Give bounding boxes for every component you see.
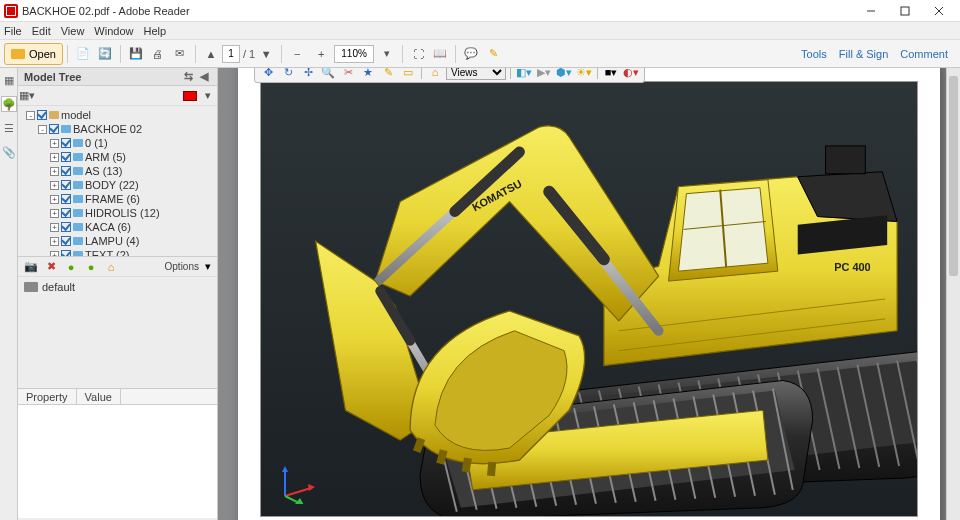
zoom-out-icon[interactable]: − xyxy=(286,43,308,65)
zoom-dropdown-icon[interactable]: ▾ xyxy=(376,43,398,65)
maximize-button[interactable] xyxy=(888,1,922,21)
tree-checkbox[interactable] xyxy=(61,222,71,232)
3d-spin-icon[interactable]: ↻ xyxy=(279,68,297,81)
tree-checkbox[interactable] xyxy=(61,152,71,162)
workspace: ▦ 🌳 ☰ 📎 Model Tree ⇆ ◀ ▦▾ ▾ -model-BACKH… xyxy=(0,68,960,520)
tree-node[interactable]: +BODY (22) xyxy=(18,178,217,192)
tree-checkbox[interactable] xyxy=(61,250,71,256)
page-current[interactable]: 1 xyxy=(222,45,240,63)
fillsign-link[interactable]: Fill & Sign xyxy=(839,48,889,60)
expand-icon[interactable]: + xyxy=(50,237,59,246)
tree-node[interactable]: +0 (1) xyxy=(18,136,217,150)
tools-link[interactable]: Tools xyxy=(801,48,827,60)
view-back-icon[interactable]: 📷 xyxy=(24,260,38,274)
bookmarks-tab-icon[interactable]: ☰ xyxy=(1,120,17,136)
tree-display-icon[interactable]: ▦▾ xyxy=(22,90,32,102)
views-options-dropdown-icon[interactable]: ▾ xyxy=(205,260,211,273)
3d-walk-icon[interactable]: ★ xyxy=(359,68,377,81)
view-home-icon[interactable]: ⌂ xyxy=(104,260,118,274)
3d-home-icon[interactable]: ⌂ xyxy=(426,68,444,81)
expand-icon[interactable]: + xyxy=(50,139,59,148)
menu-help[interactable]: Help xyxy=(143,25,166,37)
3d-rotate-icon[interactable]: ✥ xyxy=(259,68,277,81)
expand-icon[interactable]: + xyxy=(50,181,59,190)
tree-checkbox[interactable] xyxy=(61,138,71,148)
3d-play-icon[interactable]: ▶▾ xyxy=(535,68,553,81)
tree-checkbox[interactable] xyxy=(61,166,71,176)
tree-node[interactable]: +HIDROLIS (12) xyxy=(18,206,217,220)
expand-icon[interactable]: + xyxy=(50,167,59,176)
highlight-icon[interactable]: ✎ xyxy=(482,43,504,65)
tree-node[interactable]: +AS (13) xyxy=(18,164,217,178)
3d-roll-icon[interactable]: ✎ xyxy=(379,68,397,81)
next-page-icon[interactable]: ▼ xyxy=(255,43,277,65)
tree-node[interactable]: +ARM (5) xyxy=(18,150,217,164)
tree-checkbox[interactable] xyxy=(37,110,47,120)
document-area[interactable]: ✥ ↻ ✢ 🔍 ✂ ★ ✎ ▭ ⌂ Views ◧▾ ▶▾ ⬢▾ ☀▾ ■▾ ◐… xyxy=(218,68,960,520)
zoom-in-icon[interactable]: + xyxy=(310,43,332,65)
panel-menu-icon[interactable]: ⇆ xyxy=(181,70,195,84)
model-tree[interactable]: -model-BACKHOE 02+0 (1)+ARM (5)+AS (13)+… xyxy=(18,106,217,256)
3d-fly-icon[interactable]: ▭ xyxy=(399,68,417,81)
3d-projection-icon[interactable]: ◧▾ xyxy=(515,68,533,81)
panel-collapse-icon[interactable]: ◀ xyxy=(197,70,211,84)
attachments-tab-icon[interactable]: 📎 xyxy=(1,144,17,160)
expand-icon[interactable]: - xyxy=(26,111,35,120)
prev-page-icon[interactable]: ▲ xyxy=(200,43,222,65)
tree-node[interactable]: -BACKHOE 02 xyxy=(18,122,217,136)
model-tree-tab-icon[interactable]: 🌳 xyxy=(1,96,17,112)
views-options[interactable]: Options xyxy=(165,261,199,272)
tree-node[interactable]: +LAMPU (4) xyxy=(18,234,217,248)
3d-bgcolor-icon[interactable]: ■▾ xyxy=(602,68,620,81)
view-next-icon[interactable]: ● xyxy=(84,260,98,274)
create-pdf-icon[interactable]: 📄 xyxy=(72,43,94,65)
expand-icon[interactable]: + xyxy=(50,209,59,218)
fit-page-icon[interactable]: ⛶ xyxy=(407,43,429,65)
save-icon[interactable]: 💾 xyxy=(125,43,147,65)
expand-icon[interactable]: + xyxy=(50,223,59,232)
menu-file[interactable]: File xyxy=(4,25,22,37)
menu-window[interactable]: Window xyxy=(94,25,133,37)
tree-node[interactable]: -model xyxy=(18,108,217,122)
expand-icon[interactable]: - xyxy=(38,125,47,134)
comment-link[interactable]: Comment xyxy=(900,48,948,60)
expand-icon[interactable]: + xyxy=(50,195,59,204)
3d-section-icon[interactable]: ◐▾ xyxy=(622,68,640,81)
tree-node[interactable]: +KACA (6) xyxy=(18,220,217,234)
close-button[interactable] xyxy=(922,1,956,21)
tree-checkbox[interactable] xyxy=(61,194,71,204)
tree-label: LAMPU (4) xyxy=(85,235,139,247)
menu-view[interactable]: View xyxy=(61,25,85,37)
tree-node[interactable]: +TEXT (2) xyxy=(18,248,217,256)
view-prev-icon[interactable]: ● xyxy=(64,260,78,274)
open-button[interactable]: Open xyxy=(4,43,63,65)
thumbnails-tab-icon[interactable]: ▦ xyxy=(1,72,17,88)
expand-icon[interactable]: + xyxy=(50,153,59,162)
highlight-color-swatch[interactable] xyxy=(183,91,197,101)
print-icon[interactable]: 🖨 xyxy=(147,43,169,65)
3d-pan-icon[interactable]: ✢ xyxy=(299,68,317,81)
minimize-button[interactable] xyxy=(854,1,888,21)
annotate-icon[interactable]: 💬 xyxy=(460,43,482,65)
tree-node[interactable]: +FRAME (6) xyxy=(18,192,217,206)
vertical-scrollbar[interactable] xyxy=(946,68,960,520)
3d-measure-icon[interactable]: ✂ xyxy=(339,68,357,81)
email-icon[interactable]: ✉ xyxy=(169,43,191,65)
3d-views-select[interactable]: Views xyxy=(446,68,506,80)
view-delete-icon[interactable]: ✖ xyxy=(44,260,58,274)
3d-viewport[interactable]: PC 400 KOMATSU xyxy=(260,81,918,517)
3d-render-icon[interactable]: ⬢▾ xyxy=(555,68,573,81)
zoom-field[interactable] xyxy=(334,45,374,63)
tree-checkbox[interactable] xyxy=(49,124,59,134)
3d-zoom-icon[interactable]: 🔍 xyxy=(319,68,337,81)
scrollbar-thumb[interactable] xyxy=(949,76,958,276)
tree-checkbox[interactable] xyxy=(61,236,71,246)
tree-checkbox[interactable] xyxy=(61,180,71,190)
3d-light-icon[interactable]: ☀▾ xyxy=(575,68,593,81)
convert-icon[interactable]: 🔄 xyxy=(94,43,116,65)
color-dropdown-icon[interactable]: ▾ xyxy=(203,90,213,102)
read-mode-icon[interactable]: 📖 xyxy=(429,43,451,65)
view-item-default[interactable]: default xyxy=(24,281,211,293)
tree-checkbox[interactable] xyxy=(61,208,71,218)
menu-edit[interactable]: Edit xyxy=(32,25,51,37)
